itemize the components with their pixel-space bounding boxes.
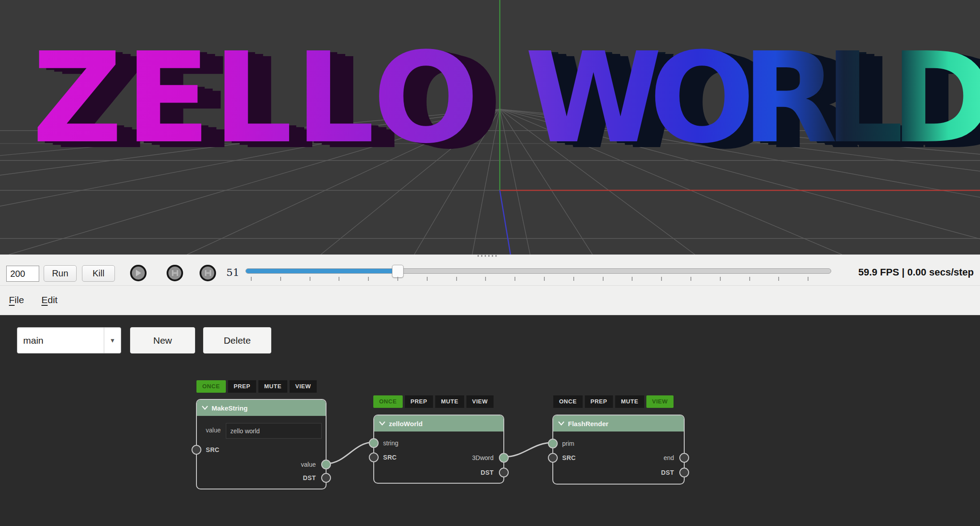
node-header-flashrender[interactable]: FlashRender (553, 415, 684, 431)
port-value-label: value (301, 461, 316, 468)
wire-3dword-to-prim (504, 443, 552, 457)
z-axis (500, 190, 510, 255)
tab-prep[interactable]: PREP (228, 380, 256, 393)
port-value-out[interactable] (321, 460, 331, 469)
port-src-label: SRC (206, 446, 219, 453)
node-header-makestring[interactable]: MakeString (197, 400, 326, 416)
menu-edit[interactable]: Edit (41, 295, 57, 305)
node-mode-tabs-flashrender: ONCE PREP MUTE VIEW (553, 395, 674, 408)
node-mode-tabs-makestring: ONCE PREP MUTE VIEW (196, 380, 317, 393)
new-graph-button[interactable]: New (130, 327, 195, 353)
tab-view[interactable]: VIEW (646, 395, 674, 408)
collapse-chevron-icon[interactable] (558, 421, 564, 426)
value-field-input[interactable] (226, 423, 322, 439)
tab-once[interactable]: ONCE (196, 380, 226, 393)
node-mode-tabs-zelloworld: ONCE PREP MUTE VIEW (373, 395, 494, 408)
port-3dword-out[interactable] (499, 453, 509, 463)
port-3dword-label: 3Dword (472, 454, 494, 461)
tab-mute[interactable]: MUTE (258, 380, 287, 393)
menu-file[interactable]: File (9, 295, 24, 305)
value-field-row: value (197, 423, 326, 439)
tab-mute[interactable]: MUTE (435, 395, 464, 408)
delete-graph-button[interactable]: Delete (203, 327, 271, 353)
timeline-slider-handle[interactable] (392, 265, 404, 278)
port-dst-label: DST (481, 469, 494, 476)
port-end-label: end (664, 454, 674, 461)
tab-prep[interactable]: PREP (585, 395, 613, 408)
tab-mute[interactable]: MUTE (615, 395, 644, 408)
step-once-button[interactable] (200, 265, 216, 281)
port-dst-out[interactable] (499, 468, 509, 477)
node-header-zelloworld[interactable]: zelloWorld (374, 415, 503, 431)
menu-file-mnemonic: F (9, 295, 15, 305)
kill-button[interactable]: Kill (82, 265, 115, 282)
port-prim-label: prim (562, 440, 574, 447)
graph-selector-value: main (17, 335, 104, 346)
fps-stats: 59.9 FPS | 0.00 secs/step (858, 267, 974, 278)
chevron-down-icon[interactable]: ▾ (104, 328, 121, 353)
port-string-label: string (383, 440, 398, 447)
frame-count-input[interactable] (6, 266, 39, 282)
node-graph-canvas[interactable]: main ▾ New Delete ONCE PREP MUTE VIEW Ma… (0, 315, 980, 526)
collapse-chevron-icon[interactable] (379, 421, 385, 426)
rendered-3d-word-world: WORLD (525, 36, 980, 160)
pane-grip-icon[interactable] (478, 255, 498, 257)
node-title: FlashRender (568, 420, 608, 427)
wire-value-to-string (327, 442, 373, 464)
node-makestring[interactable]: MakeString value SRC value DST (196, 399, 327, 489)
graph-selector[interactable]: main ▾ (17, 327, 121, 353)
rendered-3d-word-zello: ZELLO (32, 36, 482, 160)
timeline-slider-fill (246, 269, 398, 273)
menu-edit-mnemonic: E (41, 295, 48, 305)
node-title: zelloWorld (389, 420, 423, 427)
port-src-in[interactable] (369, 452, 379, 462)
tab-once[interactable]: ONCE (553, 395, 583, 408)
node-title: MakeString (212, 404, 248, 412)
play-button[interactable] (130, 265, 147, 281)
value-field-label: value (206, 427, 220, 434)
tab-prep[interactable]: PREP (405, 395, 433, 408)
menu-edit-label: dit (48, 295, 57, 305)
step-once-icon (205, 270, 211, 276)
port-string-in[interactable] (369, 438, 379, 448)
tab-view[interactable]: VIEW (466, 395, 494, 408)
tab-once[interactable]: ONCE (373, 395, 403, 408)
port-src-label: SRC (562, 454, 576, 461)
port-src-label: SRC (383, 454, 396, 461)
port-dst-out[interactable] (679, 468, 689, 477)
port-src-in[interactable] (548, 453, 558, 463)
timeline-slider[interactable] (245, 268, 831, 274)
timeline-ticks (251, 277, 835, 281)
port-prim-in[interactable] (548, 439, 558, 448)
menubar: File Edit (0, 286, 980, 315)
current-frame-label: 51 (226, 267, 239, 278)
3d-viewport[interactable]: ZELLO WORLD (0, 0, 980, 255)
run-button[interactable]: Run (44, 265, 77, 282)
port-dst-label: DST (661, 469, 674, 476)
collapse-chevron-icon[interactable] (202, 406, 208, 410)
node-flashrender[interactable]: FlashRender prim SRC end DST (552, 415, 685, 485)
tab-view[interactable]: VIEW (290, 380, 317, 393)
menu-file-label: ile (15, 295, 24, 305)
port-dst-out[interactable] (321, 473, 331, 483)
step-forward-button[interactable] (167, 265, 183, 281)
port-src-in[interactable] (192, 445, 201, 455)
step-forward-icon (172, 270, 178, 276)
port-end-out[interactable] (679, 453, 689, 463)
node-zelloworld[interactable]: zelloWorld string SRC 3Dword DST (373, 415, 504, 484)
port-dst-label: DST (303, 474, 316, 481)
play-icon (135, 269, 142, 277)
